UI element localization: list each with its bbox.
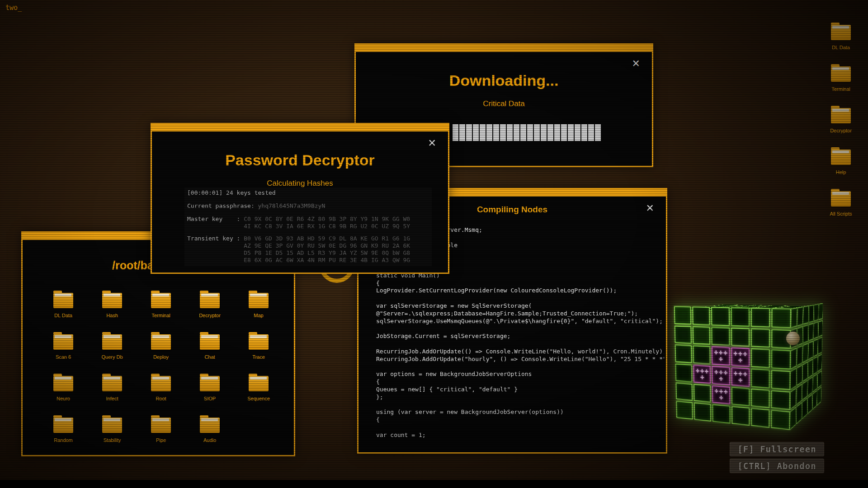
cube-cell[interactable] [817, 371, 822, 389]
close-icon[interactable]: ✕ [646, 204, 654, 213]
folder-item-chat[interactable]: Chat [188, 334, 231, 376]
close-icon[interactable]: ✕ [428, 139, 436, 148]
cube-cell[interactable] [802, 361, 808, 382]
cube-cell[interactable] [744, 306, 766, 307]
folder-item-deploy[interactable]: Deploy [139, 334, 183, 376]
cube-cell[interactable] [808, 341, 813, 360]
cube-cell[interactable] [817, 387, 821, 406]
fullscreen-button[interactable]: [F] Fullscreen [730, 442, 824, 456]
cube-cell[interactable] [818, 337, 822, 355]
folder-item-query-db[interactable]: Query Db [90, 334, 134, 376]
cube-cell[interactable] [751, 408, 769, 428]
folder-item-pipe[interactable]: Pipe [139, 418, 183, 459]
folder-item-neuro[interactable]: Neuro [42, 376, 85, 418]
cube-cell[interactable] [797, 306, 803, 326]
cube-cell[interactable] [674, 306, 691, 324]
cube-cell[interactable] [813, 356, 817, 375]
cube-cell[interactable] [813, 339, 818, 357]
cube-cell[interactable] [790, 388, 796, 410]
window-titlebar[interactable] [356, 45, 652, 52]
folder-item-decryptor[interactable]: Decryptor [188, 293, 231, 334]
cube-cell[interactable] [819, 303, 823, 320]
cube-cell[interactable] [802, 380, 808, 401]
cube-cell[interactable] [694, 403, 711, 422]
folder-item-hash[interactable]: Hash [90, 293, 134, 334]
cube-cell[interactable] [712, 327, 730, 346]
cube-cell[interactable] [790, 368, 796, 390]
cube-puzzle[interactable]: ✚✚✚✚✚✚✚✚✚✚✚✚✚✚✚✚✚✚✚✚✚✚✚✚ [676, 293, 852, 442]
cube-cell[interactable] [807, 394, 812, 414]
folder-item-infect[interactable]: Infect [90, 376, 134, 418]
cube-cell[interactable] [812, 390, 817, 410]
folder-item-root[interactable]: Root [139, 376, 183, 418]
cube-cell[interactable]: ✚✚✚✚ [712, 347, 730, 366]
cube-cell[interactable] [803, 324, 808, 344]
cube-cell[interactable] [771, 390, 790, 410]
folder-item-scan-6[interactable]: Scan 6 [42, 334, 85, 376]
cube-cell[interactable]: ✚✚✚✚ [712, 385, 730, 404]
cube-cell[interactable] [771, 349, 791, 369]
folder-item-map[interactable]: Map [237, 293, 280, 334]
cube-cell[interactable] [803, 343, 808, 363]
cube-cell[interactable] [797, 365, 802, 386]
cube-cell[interactable] [813, 321, 818, 339]
desktop-icon-all-scripts[interactable]: All Scripts [819, 189, 863, 230]
cube-cell[interactable] [693, 326, 710, 345]
desktop-icon-help[interactable]: Help [819, 147, 863, 189]
cube-cell[interactable]: ✚✚✚✚ [731, 367, 750, 387]
cube-cell[interactable] [726, 305, 749, 306]
cube-cell[interactable] [808, 359, 813, 378]
cube-cell[interactable] [767, 305, 788, 306]
cube-cell[interactable] [675, 325, 692, 344]
cube-cell[interactable] [675, 345, 692, 363]
cube-cell[interactable] [731, 328, 750, 347]
folder-item-random[interactable]: Random [42, 418, 85, 459]
cube-cell[interactable] [802, 398, 807, 419]
cube-cell[interactable] [718, 305, 739, 305]
folder-item-audio[interactable]: Audio [188, 418, 231, 459]
cube-cell[interactable] [751, 348, 770, 368]
cube-cell[interactable] [734, 305, 755, 306]
cube-cell[interactable] [771, 410, 790, 430]
cube-cell[interactable] [803, 305, 809, 324]
cube-cell[interactable]: ✚✚✚✚ [693, 365, 711, 384]
folder-item-siop[interactable]: SIOP [188, 376, 231, 418]
folder-item-sequence[interactable]: Sequence [237, 376, 280, 418]
cube-cell[interactable] [796, 403, 802, 425]
cube-cell[interactable] [693, 384, 711, 403]
cube-cell[interactable] [675, 382, 693, 401]
folder-item-trace[interactable]: Trace [237, 334, 280, 376]
cube-cell[interactable]: ✚✚✚✚ [731, 347, 750, 367]
cube-cell[interactable] [797, 384, 802, 405]
terminal-prompt[interactable]: two_ [5, 4, 22, 12]
cube-cell[interactable] [771, 308, 791, 328]
cube-cell[interactable] [790, 407, 796, 430]
cube-cell[interactable] [808, 323, 813, 341]
cube-cell[interactable] [731, 307, 749, 327]
window-titlebar[interactable] [152, 124, 448, 131]
cube-cell[interactable] [809, 305, 814, 323]
cube-cell[interactable] [791, 348, 797, 370]
cube-cell[interactable] [675, 364, 693, 382]
cube-cell[interactable] [751, 388, 769, 408]
desktop-icon-dl-data[interactable]: DL Data [819, 23, 863, 64]
cube-cell[interactable] [731, 387, 750, 406]
cube-cell[interactable] [710, 305, 732, 306]
cube-cell[interactable] [761, 306, 783, 308]
cube-cell[interactable] [750, 305, 772, 306]
cube-cell[interactable] [731, 406, 750, 426]
cube-cell[interactable] [807, 376, 812, 396]
cube-cell[interactable] [813, 373, 817, 392]
desktop-icon-decryptor[interactable]: Decryptor [819, 106, 863, 147]
cube-cell[interactable] [814, 304, 818, 321]
abandon-button[interactable]: [CTRL] Abondon [730, 459, 824, 473]
cube-cell[interactable]: ✚✚✚✚ [712, 366, 730, 385]
cube-cell[interactable] [693, 346, 711, 365]
cube-cell[interactable] [751, 308, 770, 327]
cube-cell[interactable] [692, 306, 710, 325]
folder-item-terminal[interactable]: Terminal [139, 293, 183, 334]
desktop-icon-terminal[interactable]: Terminal [819, 64, 863, 106]
cube-cell[interactable] [751, 368, 770, 388]
cube-cell[interactable] [791, 307, 797, 328]
cube-cell[interactable] [771, 370, 791, 390]
